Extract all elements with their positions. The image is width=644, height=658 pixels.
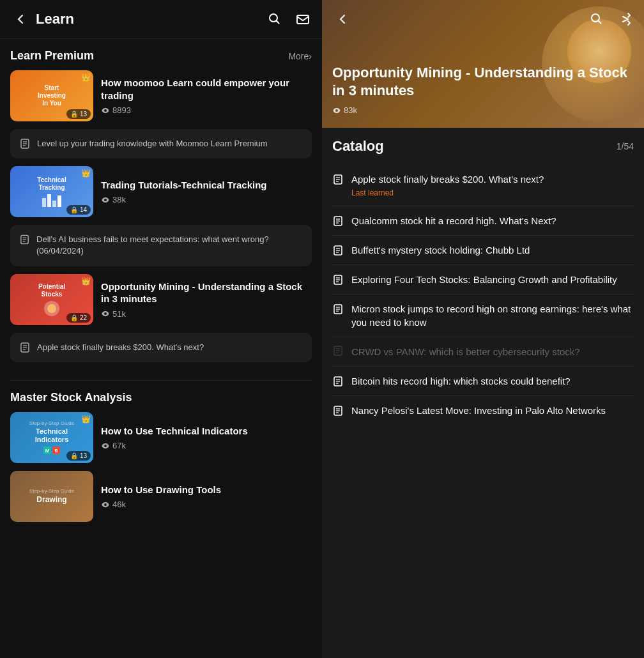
- section-header: Learn Premium More ›: [10, 49, 312, 63]
- catalog-item-text-4: Exploring Four Tech Stocks: Balancing Gr…: [351, 273, 617, 286]
- last-learned-badge: Last learned: [351, 188, 394, 197]
- course-thumbnail-indicators: Step-by-Step Guide TechnicalIndicators M…: [10, 412, 93, 463]
- video-views: 83k: [332, 105, 634, 115]
- course-views: 8893: [101, 105, 312, 115]
- course-info-3: Opportunity Mining - Understanding a Sto…: [101, 280, 312, 319]
- catalog-item-text-3: Buffett's mystery stock holding: Chubb L…: [351, 243, 530, 257]
- section-title: Learn Premium: [10, 49, 94, 63]
- course-thumbnail-invest: StartInvestingIn You 👑 🔒 13: [10, 70, 93, 121]
- master-section: Master Stock Analysis Step-by-Step Guide…: [0, 381, 322, 540]
- catalog-item[interactable]: Bitcoin hits record high: which stocks c…: [332, 367, 634, 396]
- catalog-item[interactable]: Nancy Pelosi's Latest Move: Investing in…: [332, 396, 634, 425]
- crown-icon-3: 👑: [81, 277, 91, 286]
- catalog-section: Catalog 1/54 Apple stock finally breaks …: [322, 128, 644, 435]
- course-title-2: Trading Tutorials-Technical Tracking: [101, 179, 312, 192]
- catalog-item[interactable]: Micron stock jumps to record high on str…: [332, 295, 634, 337]
- right-header: Opportunity Mining - Understanding a Sto…: [322, 0, 644, 128]
- right-search-button[interactable]: [588, 10, 606, 28]
- catalog-doc-icon-2: [332, 215, 344, 227]
- course-title-3: Opportunity Mining - Understanding a Sto…: [101, 280, 312, 305]
- article-card-dell[interactable]: Dell's AI business fails to meet expecta…: [10, 225, 312, 266]
- catalog-item-text-7: Bitcoin hits record high: which stocks c…: [351, 374, 571, 388]
- course-title: How moomoo Learn could empower your trad…: [101, 77, 312, 102]
- catalog-item-text-6: CRWD vs PANW: which is better cybersecur…: [351, 345, 580, 358]
- course-card-invest[interactable]: StartInvestingIn You 👑 🔒 13 How moomoo L…: [10, 70, 312, 121]
- catalog-item[interactable]: Qualcomm stock hit a record high. What's…: [332, 206, 634, 236]
- catalog-doc-icon-8: [332, 405, 344, 417]
- catalog-item[interactable]: Exploring Four Tech Stocks: Balancing Gr…: [332, 265, 634, 295]
- search-button[interactable]: [266, 10, 284, 28]
- right-header-icons: [588, 10, 634, 28]
- left-header: Learn: [0, 0, 322, 39]
- course-views-4: 67k: [101, 441, 312, 450]
- crown-icon-2: 👑: [81, 169, 91, 178]
- article-icon: [19, 234, 30, 245]
- catalog-item-text-2: Qualcomm stock hit a record high. What's…: [351, 214, 556, 227]
- course-info-2: Trading Tutorials-Technical Tracking 38k: [101, 179, 312, 205]
- mail-button[interactable]: [294, 10, 312, 28]
- course-thumbnail-drawing: Step-by-Step Guide Drawing: [10, 471, 93, 522]
- badge-count-3: 🔒 22: [66, 313, 91, 323]
- badge-count-4: 🔒 13: [66, 451, 91, 461]
- page-title: Learn: [36, 11, 266, 27]
- video-title: Opportunity Mining - Understanding a Sto…: [332, 64, 634, 100]
- course-card-potential[interactable]: PotentialStocks 👑 🔒 22 Opportunity Minin…: [10, 274, 312, 325]
- course-card-technical[interactable]: TechnicalTracking 👑 🔒 14 Trading Tut: [10, 166, 312, 217]
- course-info: How moomoo Learn could empower your trad…: [101, 77, 312, 115]
- promo-card[interactable]: Level up your trading knowledge with Moo…: [10, 129, 312, 158]
- course-thumbnail-technical: TechnicalTracking 👑 🔒 14: [10, 166, 93, 217]
- course-info-5: How to Use Drawing Tools 46k: [101, 484, 312, 510]
- crown-icon-4: 👑: [81, 415, 91, 424]
- header-actions: [266, 10, 312, 28]
- course-card-indicators[interactable]: Step-by-Step Guide TechnicalIndicators M…: [10, 412, 312, 463]
- badge-count: 🔒 13: [66, 109, 91, 119]
- course-views-2: 38k: [101, 195, 312, 204]
- catalog-doc-icon-5: [332, 303, 344, 315]
- catalog-item-text-8: Nancy Pelosi's Latest Move: Investing in…: [351, 404, 606, 417]
- share-button[interactable]: [616, 10, 634, 28]
- svg-rect-1: [297, 15, 309, 24]
- left-panel: Learn Learn Premium More ›: [0, 0, 322, 658]
- catalog-count: 1/54: [617, 141, 634, 151]
- crown-icon: 👑: [81, 73, 91, 82]
- catalog-doc-icon-6: [332, 345, 344, 356]
- promo-text: Level up your trading knowledge with Moo…: [37, 138, 268, 149]
- catalog-doc-icon-7: [332, 376, 344, 387]
- right-back-button[interactable]: [332, 9, 353, 29]
- catalog-doc-icon-3: [332, 245, 344, 256]
- catalog-doc-icon-4: [332, 274, 344, 286]
- more-link[interactable]: More ›: [288, 51, 312, 61]
- doc-icon: [19, 138, 31, 149]
- course-title-4: How to Use Technical Indicators: [101, 425, 312, 438]
- course-views-3: 51k: [101, 309, 312, 319]
- right-panel: Opportunity Mining - Understanding a Sto…: [322, 0, 644, 658]
- back-button[interactable]: [10, 9, 31, 29]
- badge-count-2: 🔒 14: [66, 205, 91, 215]
- article-icon-apple: [19, 342, 31, 353]
- article-text-apple: Apple stock finally breaks $200. What's …: [37, 342, 204, 353]
- learn-premium-section: Learn Premium More › StartInvestingIn Yo…: [0, 39, 322, 380]
- master-section-header: Master Stock Analysis: [10, 391, 312, 404]
- right-header-top: [322, 0, 644, 38]
- catalog-item-text-5: Micron stock jumps to record high on str…: [351, 302, 634, 329]
- master-title: Master Stock Analysis: [10, 391, 132, 404]
- article-card-apple[interactable]: Apple stock finally breaks $200. What's …: [10, 333, 312, 362]
- course-views-5: 46k: [101, 500, 312, 509]
- course-title-5: How to Use Drawing Tools: [101, 484, 312, 496]
- video-info: Opportunity Mining - Understanding a Sto…: [332, 64, 634, 115]
- catalog-item-text: Apple stock finally breaks $200. What's …: [351, 172, 544, 186]
- course-card-drawing[interactable]: Step-by-Step Guide Drawing How to Use Dr…: [10, 471, 312, 522]
- catalog-item-dimmed[interactable]: CRWD vs PANW: which is better cybersecur…: [332, 337, 634, 367]
- catalog-title: Catalog: [332, 138, 384, 155]
- catalog-doc-icon: [332, 174, 344, 185]
- course-thumbnail-potential: PotentialStocks 👑 🔒 22: [10, 274, 93, 325]
- catalog-item[interactable]: Apple stock finally breaks $200. What's …: [332, 165, 634, 206]
- course-info-4: How to Use Technical Indicators 67k: [101, 425, 312, 451]
- catalog-item[interactable]: Buffett's mystery stock holding: Chubb L…: [332, 236, 634, 265]
- article-text-dell: Dell's AI business fails to meet expecta…: [36, 234, 303, 257]
- catalog-header: Catalog 1/54: [332, 138, 634, 155]
